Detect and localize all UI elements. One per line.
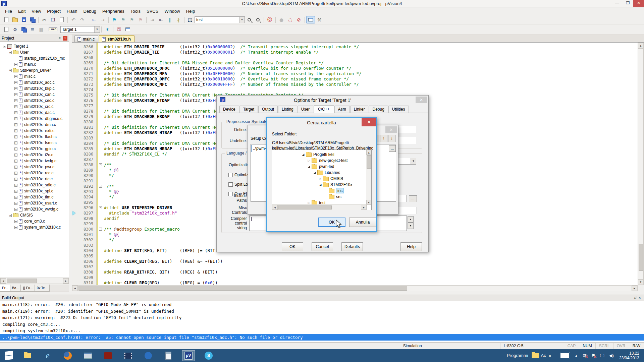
expander-icon[interactable]: + [14,184,17,187]
taskbar-app-remote-app[interactable] [83,351,93,360]
rebuild-button[interactable] [19,26,28,33]
folder-tree-item[interactable]: src [272,194,371,200]
options-tab-Linker[interactable]: Linker [350,106,369,113]
project-tree-item[interactable]: +stm32f10x_cec.c [0,98,69,104]
search-combobox[interactable]: test▼ [195,16,245,23]
folder-setup-close-icon[interactable]: ✕ [385,126,397,133]
build-output-line[interactable]: compiling core_cm3.c... [0,321,644,328]
expander-icon[interactable]: − [9,214,12,217]
folder-tree-item[interactable]: ▷new-project-test [272,158,371,164]
fold-marker-icon[interactable]: − [99,163,102,166]
project-tree-item[interactable]: +core_cm3.c [0,218,69,224]
touch-keyboard-icon[interactable] [560,352,570,359]
project-tree-item[interactable]: +stm32f10x_rcc.c [0,170,69,176]
taskbar-app-skype[interactable]: S [204,351,213,360]
undo-button[interactable]: ↶ [69,16,78,23]
start-stop-debug-button[interactable]: ⓓ [265,16,274,23]
menu-item-svcs[interactable]: SVCS [144,8,161,15]
project-tree-item[interactable]: +stm32f10x_sdio.c [0,182,69,188]
batch-build-button[interactable]: ≣ [28,26,37,33]
browse-path-button[interactable]: ... [389,145,396,152]
browse-dialog-titlebar[interactable]: Cerca cartella ✕ [267,118,376,128]
folder-icon[interactable] [532,353,539,358]
project-tree-item[interactable]: +stm32f10x_fsmc.c [0,140,69,146]
chevron-down-icon[interactable]: ▼ [239,17,245,23]
project-tree-item[interactable]: +stm32f10x_wwdg.c [0,206,69,212]
folder-tree-box[interactable]: ◢Progetti keil▷new-project-test◢pwm-led◢… [272,149,372,210]
expander-icon[interactable]: + [14,111,17,114]
menu-item-tools[interactable]: Tools [127,8,144,15]
chevron-expanded-icon[interactable]: ◢ [302,153,305,156]
next-bookmark-button[interactable]: ⚑ [127,16,136,23]
uncomment-button[interactable]: ∦ [174,16,183,23]
scroll-up-icon[interactable]: ▲ [366,150,371,155]
expander-icon[interactable]: + [14,99,17,102]
translate-button[interactable] [2,26,11,33]
expander-icon[interactable]: + [14,129,17,132]
close-button[interactable]: ✕ [633,0,644,7]
options-dialog-titlebar[interactable]: µ Options for Target 'Target 1' ✕ [217,96,428,105]
project-tree-item[interactable]: +stm32f10x_bkp.c [0,85,69,92]
project-tree-item[interactable]: +stm32f10x_gpio.c [0,146,69,152]
fold-marker-icon[interactable]: − [99,206,102,209]
expander-icon[interactable]: + [14,87,17,90]
menu-item-edit[interactable]: Edit [15,8,29,15]
download-to-flash-button[interactable]: LOAD [49,26,57,33]
project-tree-item[interactable]: −User [0,49,69,55]
include-paths-browse-button[interactable]: ... [409,195,417,202]
taskbar-app-media-app[interactable] [123,351,133,360]
menu-item-window[interactable]: Window [161,8,183,15]
overflow-chevron-icon[interactable]: » [549,353,551,358]
panel-tab[interactable]: Pr... [0,285,10,292]
redo-button[interactable]: ↷ [78,16,87,23]
taskbar-app-blue-app[interactable] [144,351,153,360]
folder-tree-item[interactable]: ◢Progetti keil [272,152,371,158]
folder-tree-item[interactable]: inc [272,188,371,194]
expander-icon[interactable]: + [14,135,17,138]
start-button[interactable] [5,351,13,360]
project-tree-item[interactable]: −StdPeriph_Driver [0,67,69,73]
options-help-button[interactable]: Help [400,242,422,251]
expander-icon[interactable]: + [14,208,17,211]
expander-icon[interactable]: + [14,226,17,229]
kill-breakpoints-button[interactable]: ⊘ [294,16,303,23]
sync-status-icon[interactable]: ⚑✕ [591,353,595,358]
prev-bookmark-button[interactable]: ⚑ [119,16,127,23]
editor-tab-main-c[interactable]: main.c [74,35,98,42]
project-tree-item[interactable]: +stm32f10x_dma.c [0,122,69,128]
close-panel-icon[interactable]: × [637,296,642,300]
taskbar-app-uvision[interactable]: µV [182,350,195,361]
project-tree-item[interactable]: +stm32f10x_crc.c [0,104,69,110]
menu-item-debug[interactable]: Debug [80,8,99,15]
folder-tree-item[interactable]: ▷CMSIS [272,176,371,182]
options-cancel-button[interactable]: Cancel [312,242,333,251]
project-tree-item[interactable]: +stm32f10x_adc.c [0,79,69,85]
project-tree-item[interactable]: +stm32f10x_can.c [0,92,69,98]
outdent-button[interactable]: ⇤ [157,16,165,23]
folder-tree-item[interactable]: ◢pwm-led [272,164,371,170]
project-tree-item[interactable]: +stm32f10x_iwdg.c [0,158,69,164]
move-up-icon[interactable]: ↑ [380,135,387,142]
build-output-line[interactable]: main.c(118): error: #20: identifier "GPI… [0,301,644,308]
build-output-line[interactable]: compiling system_stm32f10x.c... [0,327,644,334]
taskbar-folder-label[interactable]: Ac [541,353,546,358]
chevron-expanded-icon[interactable]: ◢ [313,171,316,174]
taskbar-clock[interactable]: 13.22 23/04/2013 [619,351,639,360]
project-tree-item[interactable]: +stm32f10x_dac.c [0,110,69,116]
expander-icon[interactable]: + [14,178,17,181]
fold-marker-icon[interactable]: − [99,228,102,231]
project-tree-item[interactable]: +stm32f10x_rtc.c [0,176,69,182]
chevron-collapsed-icon[interactable]: ▷ [307,201,311,204]
stop-build-button[interactable]: ▦ [37,26,46,33]
taskbar-app-file-explorer[interactable] [23,351,32,360]
scroll-down-icon[interactable]: ▼ [638,279,643,285]
expander-icon[interactable]: + [14,154,17,157]
expander-icon[interactable]: − [9,51,12,54]
scroll-left-icon[interactable]: ◄ [272,205,278,210]
expander-icon[interactable]: + [14,93,17,96]
expander-icon[interactable]: + [14,123,17,126]
build-output-log[interactable]: main.c(118): error: #20: identifier "GPI… [0,301,644,343]
target-select-combobox[interactable]: Target 1▼ [60,26,100,33]
folder-tree-vscrollbar[interactable]: ▲ ▼ [366,150,371,205]
editor-tab-stm32f10x-h[interactable]: stm32f10x.h [99,35,134,42]
